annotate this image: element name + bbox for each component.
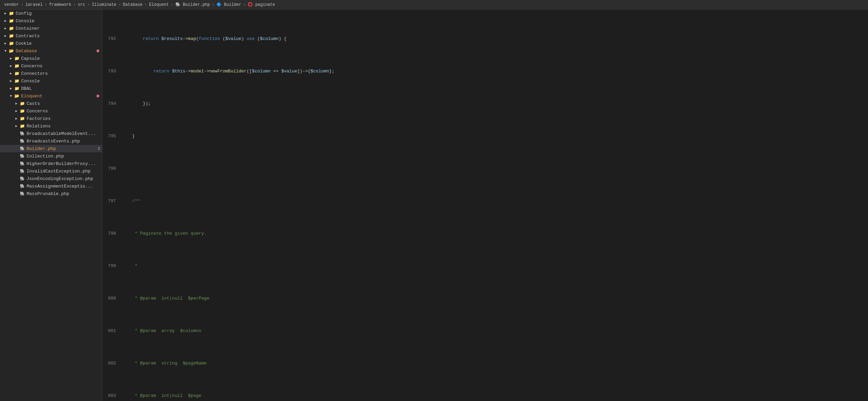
sidebar-item-config[interactable]: 📁 Config: [0, 10, 102, 17]
breadcrumb-eloquent[interactable]: Eloquent: [149, 2, 169, 7]
folder-icon: 📁: [8, 18, 14, 24]
sidebar-item-label: BroadcastsEvents.php: [27, 139, 102, 144]
line-number: 797: [108, 198, 121, 204]
breadcrumb-sep-7: ›: [171, 2, 173, 7]
arrow-icon: [3, 33, 8, 39]
sidebar-item-massassignment[interactable]: 🐘 MassAssignmentExceptio...: [0, 182, 102, 190]
arrow-icon: [14, 101, 19, 106]
line-content: /**: [121, 198, 863, 204]
breadcrumb-builder-class[interactable]: 🔷 Builder: [216, 2, 241, 7]
sidebar-item-label: JsonEncodingException.php: [27, 176, 102, 181]
sidebar-item-database[interactable]: 📂 Database: [0, 47, 102, 55]
sidebar-item-massprunable[interactable]: 🐘 MassPrunable.php: [0, 190, 102, 197]
sidebar-item-label: Console: [21, 79, 102, 84]
main-layout: 📁 Config 📁 Console 📁 Container 📁 Contrac…: [0, 10, 868, 401]
sidebar-item-label: Container: [16, 26, 102, 31]
no-arrow: [14, 161, 19, 166]
sidebar-item-concerns-db[interactable]: 📁 Concerns: [0, 62, 102, 70]
no-arrow: [14, 183, 19, 189]
breadcrumb-sep-4: ›: [87, 2, 90, 7]
php-file-icon: 🐘: [19, 183, 25, 189]
sidebar-item-label: InvalidCastException.php: [27, 169, 102, 174]
line-number: 802: [108, 360, 121, 367]
code-line-802: 802 * @param string $pageName: [108, 360, 863, 367]
sidebar-item-capsule[interactable]: 📁 Capsule: [0, 55, 102, 62]
sidebar-item-label: Factories: [27, 116, 102, 121]
code-line-803: 803 * @param int|null $page: [108, 392, 863, 399]
folder-icon: 📁: [14, 70, 20, 77]
sidebar-item-console[interactable]: 📁 Console: [0, 17, 102, 25]
breadcrumb-sep-6: ›: [145, 2, 147, 7]
sidebar-item-broadcastable[interactable]: 🐘 BroadcastableModelEvent...: [0, 130, 102, 137]
breadcrumb-illuminate[interactable]: Illuminate: [92, 2, 116, 7]
sidebar-item-dbal[interactable]: 📁 DBAL: [0, 85, 102, 92]
sidebar-item-concerns-el[interactable]: 📁 Concerns: [0, 107, 102, 115]
line-number: 792: [108, 36, 121, 42]
folder-icon: 📁: [19, 115, 25, 122]
no-arrow: [14, 146, 19, 151]
sidebar-item-collection[interactable]: 🐘 Collection.php: [0, 152, 102, 160]
sidebar-item-label: Builder.php: [27, 146, 95, 151]
sidebar-item-contracts[interactable]: 📁 Contracts: [0, 32, 102, 40]
line-content: * @param int|null $perPage: [121, 295, 863, 302]
folder-icon: 📁: [14, 63, 20, 69]
no-arrow: [14, 191, 19, 196]
folder-icon: 📁: [8, 10, 14, 16]
breadcrumb-bar: vendor › laravel › framework › src › Ill…: [0, 0, 868, 10]
php-file-icon: 🐘: [19, 176, 25, 182]
sidebar-item-connectors[interactable]: 📁 Connectors: [0, 70, 102, 77]
code-line-801: 801 * @param array $columns: [108, 328, 863, 334]
breadcrumb-builderphp[interactable]: 🐘 Builder.php: [175, 2, 210, 7]
folder-icon: 📁: [14, 85, 20, 92]
arrow-icon: [14, 123, 19, 129]
breadcrumb-vendor[interactable]: vendor: [4, 2, 19, 7]
sidebar-item-factories[interactable]: 📁 Factories: [0, 115, 102, 122]
line-number: 795: [108, 133, 121, 139]
line-content: *: [121, 263, 863, 269]
breadcrumb-src[interactable]: src: [78, 2, 85, 7]
sidebar-item-label: Casts: [27, 101, 102, 106]
sidebar-item-eloquent[interactable]: 📂 Eloquent: [0, 92, 102, 100]
arrow-icon: [3, 48, 8, 54]
breadcrumb-sep-5: ›: [118, 2, 121, 7]
sidebar-item-cookie[interactable]: 📁 Cookie: [0, 40, 102, 47]
sidebar-item-jsonencoding[interactable]: 🐘 JsonEncodingException.php: [0, 175, 102, 182]
sidebar-item-casts[interactable]: 📁 Casts: [0, 100, 102, 107]
modified-dot: [97, 95, 99, 97]
breadcrumb-framework[interactable]: framework: [49, 2, 71, 7]
sidebar-item-console-db[interactable]: 📁 Console: [0, 77, 102, 85]
line-number: 800: [108, 295, 121, 302]
line-number: 794: [108, 100, 121, 107]
code-content[interactable]: 792 return $results->map(function ($valu…: [102, 10, 868, 401]
sidebar-item-label: Relations: [27, 124, 102, 129]
code-line-797: 797 /**: [108, 198, 863, 204]
sidebar: 📁 Config 📁 Console 📁 Container 📁 Contrac…: [0, 10, 102, 401]
sidebar-item-invalidcast[interactable]: 🐘 InvalidCastException.php: [0, 167, 102, 175]
sidebar-item-builder[interactable]: 🐘 Builder.php 2: [0, 145, 102, 152]
breadcrumb-paginate[interactable]: ⭕ paginate: [248, 2, 275, 7]
sidebar-item-broadcastsevents[interactable]: 🐘 BroadcastsEvents.php: [0, 137, 102, 145]
php-file-icon: 🐘: [19, 161, 25, 167]
sidebar-item-label: MassPrunable.php: [27, 191, 102, 196]
sidebar-item-label: Concerns: [21, 64, 102, 69]
sidebar-item-container[interactable]: 📁 Container: [0, 25, 102, 32]
code-line-799: 799 *: [108, 263, 863, 269]
sidebar-item-label: Cookie: [16, 41, 102, 46]
editor-area: 792 return $results->map(function ($valu…: [102, 10, 868, 401]
sidebar-item-label: Config: [16, 11, 102, 16]
arrow-icon: [3, 41, 8, 46]
php-file-icon: 🐘: [19, 168, 25, 174]
folder-icon: 📁: [8, 40, 14, 46]
sidebar-item-relations[interactable]: 📁 Relations: [0, 122, 102, 130]
no-arrow: [14, 168, 19, 174]
breadcrumb-sep-1: ›: [21, 2, 23, 7]
folder-icon: 📁: [14, 78, 20, 84]
breadcrumb-database[interactable]: Database: [123, 2, 143, 7]
modified-dot: [97, 50, 99, 52]
folder-icon: 📁: [8, 25, 14, 31]
line-content: return $results->map(function ($value) u…: [121, 36, 863, 42]
sidebar-item-higherorder[interactable]: 🐘 HigherOrderBuilderProxy...: [0, 160, 102, 167]
breadcrumb-laravel[interactable]: laravel: [25, 2, 42, 7]
no-arrow: [14, 153, 19, 159]
sidebar-item-label: Contracts: [16, 33, 102, 39]
